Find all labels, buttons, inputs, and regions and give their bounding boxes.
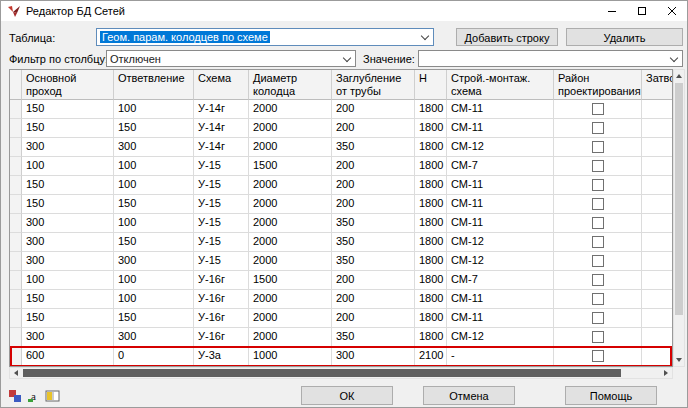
cell[interactable]: 150 [22, 119, 114, 138]
cell[interactable] [642, 290, 673, 309]
cell[interactable]: 2000 [249, 138, 332, 157]
cell[interactable]: СМ-12 [447, 328, 554, 347]
app-logo-icon[interactable] [7, 4, 21, 18]
cell[interactable]: 2000 [249, 309, 332, 328]
cell[interactable]: 350 [332, 214, 415, 233]
column-header[interactable]: Район проектирования [554, 70, 642, 100]
cell[interactable]: 150 [22, 290, 114, 309]
cell[interactable]: У-14г [194, 100, 249, 119]
cell[interactable]: 350 [332, 233, 415, 252]
column-header[interactable]: Диаметр колодца [249, 70, 332, 100]
cell[interactable]: У-15 [194, 176, 249, 195]
cell[interactable]: 100 [114, 214, 194, 233]
cell[interactable]: 200 [332, 100, 415, 119]
row-selector[interactable] [10, 328, 22, 347]
cell[interactable]: У-15 [194, 195, 249, 214]
cell[interactable]: У-15 [194, 214, 249, 233]
scroll-left-button[interactable] [10, 368, 22, 378]
cell[interactable]: 200 [332, 157, 415, 176]
cell[interactable]: 2000 [249, 100, 332, 119]
cell[interactable]: 2000 [249, 328, 332, 347]
table-row[interactable]: 300300У-1520003501800СМ-12 [10, 252, 672, 271]
cell[interactable]: 1800 [415, 100, 447, 119]
cell[interactable]: 1500 [249, 271, 332, 290]
region-checkbox[interactable] [592, 331, 604, 343]
cell[interactable]: 350 [332, 138, 415, 157]
cell[interactable]: 2000 [249, 119, 332, 138]
filter-combobox[interactable]: Отключен [106, 50, 356, 67]
scroll-right-button[interactable] [660, 368, 672, 378]
close-button[interactable] [657, 1, 687, 21]
footer-tool-button-1[interactable] [6, 387, 24, 404]
cell[interactable]: У-15 [194, 252, 249, 271]
cell[interactable]: 2000 [249, 176, 332, 195]
maximize-button[interactable] [627, 1, 657, 21]
vertical-scroll-thumb[interactable] [675, 83, 683, 315]
row-selector[interactable] [10, 214, 22, 233]
cell[interactable] [642, 195, 673, 214]
cell[interactable] [642, 328, 673, 347]
cell[interactable]: СМ-7 [447, 271, 554, 290]
cell[interactable]: 300 [22, 328, 114, 347]
cell[interactable]: 2000 [249, 214, 332, 233]
table-row[interactable]: 150100У-16г20002001800СМ-11 [10, 290, 672, 309]
cell[interactable]: СМ-11 [447, 309, 554, 328]
cell[interactable]: 300 [22, 138, 114, 157]
region-checkbox[interactable] [592, 236, 604, 248]
cell[interactable]: 300 [22, 252, 114, 271]
scroll-up-button[interactable] [674, 70, 684, 82]
cell[interactable]: У-3а [194, 347, 249, 366]
row-selector[interactable] [10, 309, 22, 328]
cell[interactable]: 200 [332, 195, 415, 214]
cell[interactable]: 350 [332, 252, 415, 271]
table-row[interactable]: 150100У-14г20002001800СМ-11 [10, 100, 672, 119]
cell[interactable]: 200 [332, 271, 415, 290]
value-combobox[interactable] [418, 50, 683, 67]
cell[interactable]: 150 [22, 176, 114, 195]
footer-tool-button-3[interactable] [44, 387, 62, 404]
cell[interactable]: У-16г [194, 271, 249, 290]
cell[interactable]: 100 [114, 176, 194, 195]
scroll-down-button[interactable] [674, 354, 684, 366]
column-header[interactable]: Строй.-монтаж. схема [447, 70, 554, 100]
cell[interactable]: СМ-11 [447, 290, 554, 309]
table-row[interactable]: 300150У-1520003501800СМ-12 [10, 233, 672, 252]
cell[interactable]: СМ-11 [447, 119, 554, 138]
cell[interactable]: 300 [114, 252, 194, 271]
cell[interactable]: 150 [22, 100, 114, 119]
cell[interactable]: 2000 [249, 252, 332, 271]
cell[interactable]: У-14г [194, 138, 249, 157]
row-selector[interactable] [10, 290, 22, 309]
region-checkbox[interactable] [592, 122, 604, 134]
table-row[interactable]: 150150У-16г20002001800СМ-11 [10, 309, 672, 328]
region-checkbox[interactable] [592, 141, 604, 153]
region-checkbox[interactable] [592, 103, 604, 115]
cell[interactable]: 1800 [415, 195, 447, 214]
column-header[interactable]: Ответвление [114, 70, 194, 100]
column-header[interactable]: Заглубление от трубы [332, 70, 415, 100]
cell[interactable]: 100 [114, 290, 194, 309]
cell[interactable]: 2000 [249, 233, 332, 252]
cell[interactable]: 200 [332, 119, 415, 138]
delete-selected-button[interactable]: Удалить выделенные [566, 28, 683, 46]
cell[interactable]: 100 [114, 271, 194, 290]
cell[interactable]: 300 [114, 328, 194, 347]
cell[interactable] [642, 347, 673, 366]
row-selector[interactable] [10, 252, 22, 271]
vertical-scrollbar[interactable] [673, 69, 685, 367]
region-checkbox[interactable] [592, 274, 604, 286]
cell[interactable]: 300 [114, 138, 194, 157]
cell[interactable]: 1800 [415, 271, 447, 290]
table-row[interactable]: 6000У-3а10003002100- [10, 347, 672, 366]
table-row[interactable]: 100100У-16г15002001800СМ-7 [10, 271, 672, 290]
cell[interactable]: 100 [22, 157, 114, 176]
cell[interactable]: 1000 [249, 347, 332, 366]
cell[interactable] [642, 252, 673, 271]
cell[interactable] [642, 271, 673, 290]
cell[interactable]: 150 [114, 119, 194, 138]
row-selector[interactable] [10, 138, 22, 157]
cell[interactable]: 1800 [415, 119, 447, 138]
cell[interactable]: СМ-12 [447, 252, 554, 271]
column-header[interactable]: Н [415, 70, 447, 100]
cell[interactable]: 300 [22, 214, 114, 233]
